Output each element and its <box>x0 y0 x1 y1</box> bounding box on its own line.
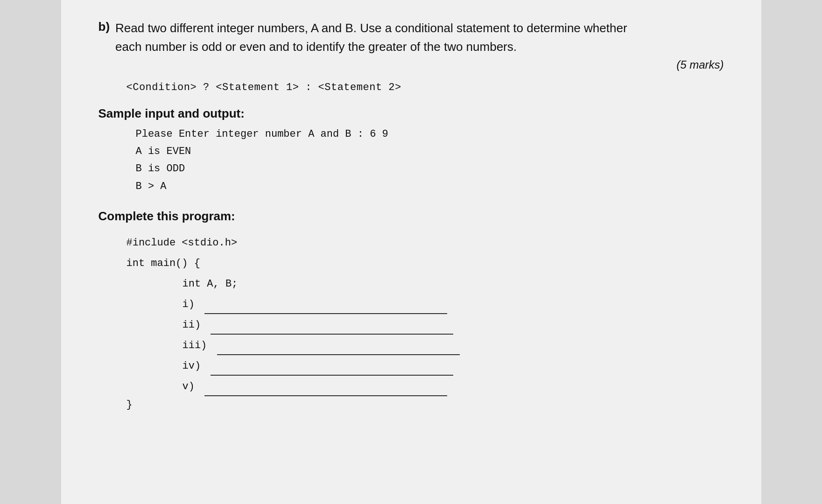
code-label-ii: ii) <box>183 319 201 331</box>
fill-line-ii[interactable] <box>211 334 453 335</box>
sample-title: Sample input and output: <box>98 106 724 121</box>
exam-page: b) Read two different integer numbers, A… <box>61 0 761 504</box>
marks-label: (5 marks) <box>98 58 724 71</box>
complete-title: Complete this program: <box>98 209 724 224</box>
sample-line-1: Please Enter integer number A and B : 6 … <box>136 126 724 143</box>
code-line-v: v) <box>183 377 724 397</box>
closing-brace: } <box>126 399 724 411</box>
code-label-v: v) <box>183 381 195 392</box>
fill-line-iv[interactable] <box>211 375 453 376</box>
sample-section: Sample input and output: Please Enter in… <box>98 106 724 196</box>
complete-section: Complete this program: #include <stdio.h… <box>98 209 724 411</box>
fill-line-iii[interactable] <box>217 354 460 355</box>
code-line-iv: iv) <box>183 356 724 377</box>
sample-line-2: A is EVEN <box>136 143 724 160</box>
code-line-i: i) <box>183 294 724 315</box>
question-text-line2: each number is odd or even and to identi… <box>115 40 517 54</box>
sample-line-3: B is ODD <box>136 160 724 177</box>
fill-line-v[interactable] <box>204 395 447 396</box>
code-line-iii: iii) <box>183 336 724 356</box>
sample-line-4: B > A <box>136 178 724 195</box>
code-label-iv: iv) <box>183 360 201 372</box>
code-label-iii: iii) <box>183 340 207 351</box>
fill-line-i[interactable] <box>204 313 447 314</box>
question-text-block: Read two different integer numbers, A an… <box>115 19 627 56</box>
sample-code-block: Please Enter integer number A and B : 6 … <box>136 126 724 196</box>
question-header: b) Read two different integer numbers, A… <box>98 19 724 56</box>
code-label-i: i) <box>183 299 195 310</box>
syntax-hint: <Condition> ? <Statement 1> : <Statement… <box>126 82 724 93</box>
code-line-ii: ii) <box>183 315 724 336</box>
question-text-line1: Read two different integer numbers, A an… <box>115 21 627 35</box>
code-include: #include <stdio.h> <box>126 233 724 253</box>
code-main: int main() { <box>126 253 724 274</box>
question-label: b) <box>98 20 110 34</box>
code-vars: int A, B; <box>183 274 724 294</box>
code-block: #include <stdio.h> int main() { int A, B… <box>126 233 724 397</box>
